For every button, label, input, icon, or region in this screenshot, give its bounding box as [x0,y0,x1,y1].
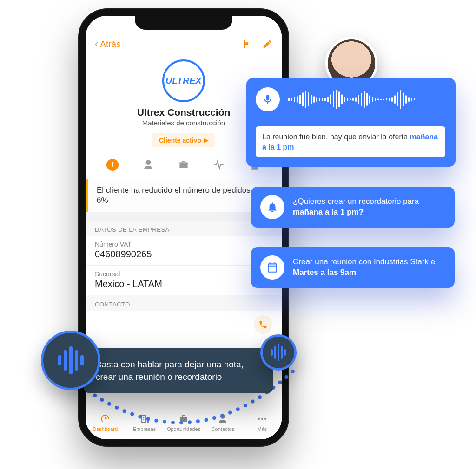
sound-badge-small [260,334,297,371]
reminder-text: ¿Quieres crear un recordatorio para maña… [293,196,443,218]
tab-info[interactable]: i [106,158,119,171]
gauge-icon [99,413,111,424]
waveform-icon [288,89,445,110]
contact-row[interactable] [86,311,282,339]
transcript-text-a: La reunión fue bien, hay que enviar la o… [262,133,410,141]
tab-oportunidades[interactable]: Oportunidades [164,405,203,439]
navbar: ‹ Atrás [86,33,282,54]
svg-point-0 [258,418,260,420]
bottom-tabbar: Dashboard Empresas Oportunidades Contact… [86,405,282,439]
company-logo: ULTREX [162,59,205,102]
tab-contactos-label: Contactos [212,426,235,432]
vat-label: Número VAT [95,241,272,248]
voice-tooltip: Basta con hablar para dejar una nota, cr… [84,348,273,393]
tab-briefcase[interactable] [177,158,190,171]
chevron-left-icon: ‹ [95,39,98,49]
tab-empresas[interactable]: Empresas [125,405,164,439]
alert-text: El cliente ha reducido el número de pedi… [97,186,261,205]
section-title-contacto: CONTACTO [86,295,282,311]
status-pill[interactable]: Cliente activo ▶ [152,133,215,147]
phone-icon [258,320,268,329]
more-icon [257,413,268,424]
tab-activity[interactable] [212,158,225,171]
status-label: Cliente activo [159,137,201,144]
tab-mas-label: Más [257,426,267,432]
microphone-icon[interactable] [256,87,280,111]
voice-card-meeting[interactable]: Crear una reunión con Industrias Stark e… [251,247,455,288]
back-label: Atrás [100,39,120,49]
voice-card-reminder[interactable]: ¿Quieres crear un recordatorio para maña… [251,187,455,228]
tab-contactos[interactable]: Contactos [203,405,242,439]
phone-notch [135,16,232,30]
call-button[interactable] [254,315,272,334]
voice-tooltip-text: Basta con hablar para dejar una nota, cr… [96,359,244,382]
chevron-right-icon: ▶ [204,137,208,143]
edit-icon[interactable] [262,39,272,49]
tab-mas[interactable]: Más [243,405,282,439]
tab-oportunidades-label: Oportunidades [167,426,200,432]
svg-point-2 [264,418,266,420]
tab-dashboard[interactable]: Dashboard [86,405,125,439]
voice-card-transcript: La reunión fue bien, hay que enviar la o… [246,78,456,167]
branch-label: Sucursal [95,270,272,278]
tab-profile[interactable] [142,158,155,171]
vat-value: 04608990265 [95,249,272,260]
tab-empresas-label: Empresas [133,426,156,432]
company-logo-text: ULTREX [165,76,202,86]
meeting-text: Crear una reunión con Industrias Stark e… [293,257,443,278]
flag-icon[interactable] [242,39,252,49]
voice-transcript-box: La reunión fue bien, hay que enviar la o… [256,126,445,157]
calendar-icon [260,255,284,280]
person-icon [217,413,228,424]
bell-icon [260,195,284,219]
briefcase-icon [178,413,189,424]
branch-value: Mexico - LATAM [95,279,272,289]
back-button[interactable]: ‹ Atrás [95,39,121,49]
tab-dashboard-label: Dashboard [93,426,118,432]
building-icon [139,413,150,424]
svg-point-1 [261,418,263,420]
sound-badge-large [41,331,100,390]
